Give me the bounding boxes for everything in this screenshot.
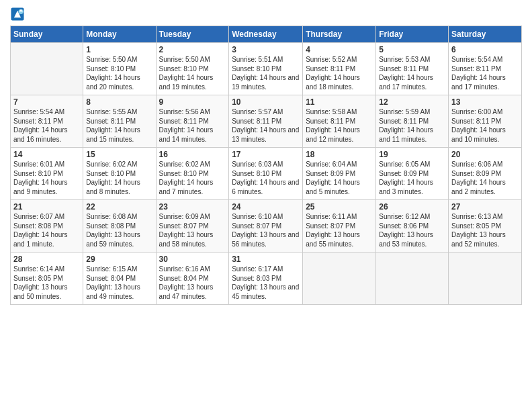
calendar-cell: 25Sunrise: 6:11 AM Sunset: 8:07 PM Dayli… xyxy=(303,200,376,253)
day-info: Sunrise: 6:09 AM Sunset: 8:07 PM Dayligh… xyxy=(159,212,226,248)
calendar-cell: 19Sunrise: 6:05 AM Sunset: 8:09 PM Dayli… xyxy=(376,148,449,200)
calendar-cell: 14Sunrise: 6:01 AM Sunset: 8:10 PM Dayli… xyxy=(11,148,83,200)
day-number: 21 xyxy=(13,202,80,212)
day-number: 9 xyxy=(159,97,226,107)
calendar-cell: 28Sunrise: 6:14 AM Sunset: 8:05 PM Dayli… xyxy=(11,253,83,305)
day-number: 18 xyxy=(306,150,373,159)
day-info: Sunrise: 6:02 AM Sunset: 8:10 PM Dayligh… xyxy=(86,160,152,196)
day-info: Sunrise: 6:13 AM Sunset: 8:05 PM Dayligh… xyxy=(451,212,519,248)
day-number: 5 xyxy=(379,45,445,54)
calendar-cell: 9Sunrise: 5:56 AM Sunset: 8:11 PM Daylig… xyxy=(156,95,229,148)
calendar-cell xyxy=(11,43,83,95)
calendar-cell: 10Sunrise: 5:57 AM Sunset: 8:11 PM Dayli… xyxy=(229,95,303,148)
day-info: Sunrise: 6:02 AM Sunset: 8:10 PM Dayligh… xyxy=(159,160,226,196)
week-row-1: 1Sunrise: 5:50 AM Sunset: 8:10 PM Daylig… xyxy=(11,43,522,95)
weekday-header-row: SundayMondayTuesdayWednesdayThursdayFrid… xyxy=(11,26,522,43)
day-number: 6 xyxy=(451,45,519,54)
calendar-cell: 26Sunrise: 6:12 AM Sunset: 8:06 PM Dayli… xyxy=(376,200,449,253)
calendar-cell xyxy=(449,253,522,305)
day-info: Sunrise: 6:07 AM Sunset: 8:08 PM Dayligh… xyxy=(13,212,80,248)
day-info: Sunrise: 6:11 AM Sunset: 8:07 PM Dayligh… xyxy=(306,212,373,248)
day-number: 30 xyxy=(159,255,226,264)
calendar-cell: 5Sunrise: 5:53 AM Sunset: 8:11 PM Daylig… xyxy=(376,43,449,95)
day-number: 28 xyxy=(13,255,80,264)
logo-icon xyxy=(10,7,25,21)
calendar-table: SundayMondayTuesdayWednesdayThursdayFrid… xyxy=(10,26,522,305)
calendar-cell: 1Sunrise: 5:50 AM Sunset: 8:10 PM Daylig… xyxy=(83,43,156,95)
day-number: 20 xyxy=(451,150,519,159)
calendar-cell: 2Sunrise: 5:50 AM Sunset: 8:10 PM Daylig… xyxy=(156,43,229,95)
weekday-header-monday: Monday xyxy=(83,26,156,43)
calendar-cell: 29Sunrise: 6:15 AM Sunset: 8:04 PM Dayli… xyxy=(83,253,156,305)
page-header xyxy=(10,7,522,21)
day-info: Sunrise: 5:57 AM Sunset: 8:11 PM Dayligh… xyxy=(232,107,300,144)
day-info: Sunrise: 5:56 AM Sunset: 8:11 PM Dayligh… xyxy=(159,107,226,144)
day-number: 10 xyxy=(232,97,300,107)
week-row-2: 7Sunrise: 5:54 AM Sunset: 8:11 PM Daylig… xyxy=(11,95,522,148)
day-number: 15 xyxy=(86,150,152,159)
calendar-cell: 8Sunrise: 5:55 AM Sunset: 8:11 PM Daylig… xyxy=(83,95,156,148)
calendar-cell: 17Sunrise: 6:03 AM Sunset: 8:10 PM Dayli… xyxy=(229,148,303,200)
day-number: 2 xyxy=(159,45,226,54)
day-number: 11 xyxy=(306,97,373,107)
calendar-cell: 16Sunrise: 6:02 AM Sunset: 8:10 PM Dayli… xyxy=(156,148,229,200)
day-info: Sunrise: 5:53 AM Sunset: 8:11 PM Dayligh… xyxy=(379,55,445,91)
day-number: 31 xyxy=(232,255,300,264)
calendar-cell xyxy=(376,253,449,305)
day-info: Sunrise: 6:10 AM Sunset: 8:07 PM Dayligh… xyxy=(232,212,300,248)
day-info: Sunrise: 5:52 AM Sunset: 8:11 PM Dayligh… xyxy=(306,55,373,91)
calendar-cell: 3Sunrise: 5:51 AM Sunset: 8:10 PM Daylig… xyxy=(229,43,303,95)
day-info: Sunrise: 6:03 AM Sunset: 8:10 PM Dayligh… xyxy=(232,160,300,196)
day-info: Sunrise: 6:12 AM Sunset: 8:06 PM Dayligh… xyxy=(379,212,445,248)
day-number: 22 xyxy=(86,202,152,212)
day-number: 14 xyxy=(13,150,80,159)
calendar-cell: 18Sunrise: 6:04 AM Sunset: 8:09 PM Dayli… xyxy=(303,148,376,200)
day-info: Sunrise: 6:17 AM Sunset: 8:03 PM Dayligh… xyxy=(232,265,300,301)
calendar-cell: 13Sunrise: 6:00 AM Sunset: 8:11 PM Dayli… xyxy=(449,95,522,148)
day-info: Sunrise: 5:58 AM Sunset: 8:11 PM Dayligh… xyxy=(306,107,373,144)
day-info: Sunrise: 6:00 AM Sunset: 8:11 PM Dayligh… xyxy=(451,107,519,144)
calendar-cell: 11Sunrise: 5:58 AM Sunset: 8:11 PM Dayli… xyxy=(303,95,376,148)
day-info: Sunrise: 5:54 AM Sunset: 8:11 PM Dayligh… xyxy=(13,107,80,144)
day-number: 19 xyxy=(379,150,445,159)
day-info: Sunrise: 6:16 AM Sunset: 8:04 PM Dayligh… xyxy=(159,265,226,301)
day-number: 23 xyxy=(159,202,226,212)
weekday-header-wednesday: Wednesday xyxy=(229,26,303,43)
calendar-cell: 31Sunrise: 6:17 AM Sunset: 8:03 PM Dayli… xyxy=(229,253,303,305)
day-info: Sunrise: 6:08 AM Sunset: 8:08 PM Dayligh… xyxy=(86,212,152,248)
week-row-3: 14Sunrise: 6:01 AM Sunset: 8:10 PM Dayli… xyxy=(11,148,522,200)
calendar-cell: 20Sunrise: 6:06 AM Sunset: 8:09 PM Dayli… xyxy=(449,148,522,200)
day-info: Sunrise: 6:14 AM Sunset: 8:05 PM Dayligh… xyxy=(13,265,80,301)
day-info: Sunrise: 5:54 AM Sunset: 8:11 PM Dayligh… xyxy=(451,55,519,91)
day-number: 8 xyxy=(86,97,152,107)
day-number: 1 xyxy=(86,45,152,54)
day-number: 13 xyxy=(451,97,519,107)
day-info: Sunrise: 6:06 AM Sunset: 8:09 PM Dayligh… xyxy=(451,160,519,196)
week-row-4: 21Sunrise: 6:07 AM Sunset: 8:08 PM Dayli… xyxy=(11,200,522,253)
calendar-cell: 15Sunrise: 6:02 AM Sunset: 8:10 PM Dayli… xyxy=(83,148,156,200)
day-info: Sunrise: 6:04 AM Sunset: 8:09 PM Dayligh… xyxy=(306,160,373,196)
weekday-header-friday: Friday xyxy=(376,26,449,43)
day-info: Sunrise: 5:51 AM Sunset: 8:10 PM Dayligh… xyxy=(232,55,300,91)
calendar-cell: 7Sunrise: 5:54 AM Sunset: 8:11 PM Daylig… xyxy=(11,95,83,148)
weekday-header-saturday: Saturday xyxy=(449,26,522,43)
calendar-cell: 23Sunrise: 6:09 AM Sunset: 8:07 PM Dayli… xyxy=(156,200,229,253)
logo xyxy=(10,7,26,21)
day-info: Sunrise: 6:01 AM Sunset: 8:10 PM Dayligh… xyxy=(13,160,80,196)
calendar-cell: 24Sunrise: 6:10 AM Sunset: 8:07 PM Dayli… xyxy=(229,200,303,253)
weekday-header-tuesday: Tuesday xyxy=(156,26,229,43)
calendar-cell xyxy=(303,253,376,305)
day-number: 17 xyxy=(232,150,300,159)
day-number: 3 xyxy=(232,45,300,54)
day-number: 7 xyxy=(13,97,80,107)
calendar-cell: 30Sunrise: 6:16 AM Sunset: 8:04 PM Dayli… xyxy=(156,253,229,305)
day-number: 25 xyxy=(306,202,373,212)
day-info: Sunrise: 5:50 AM Sunset: 8:10 PM Dayligh… xyxy=(159,55,226,91)
weekday-header-thursday: Thursday xyxy=(303,26,376,43)
calendar-cell: 21Sunrise: 6:07 AM Sunset: 8:08 PM Dayli… xyxy=(11,200,83,253)
day-info: Sunrise: 5:50 AM Sunset: 8:10 PM Dayligh… xyxy=(86,55,152,91)
day-number: 16 xyxy=(159,150,226,159)
day-number: 12 xyxy=(379,97,445,107)
calendar-cell: 22Sunrise: 6:08 AM Sunset: 8:08 PM Dayli… xyxy=(83,200,156,253)
calendar-cell: 27Sunrise: 6:13 AM Sunset: 8:05 PM Dayli… xyxy=(449,200,522,253)
